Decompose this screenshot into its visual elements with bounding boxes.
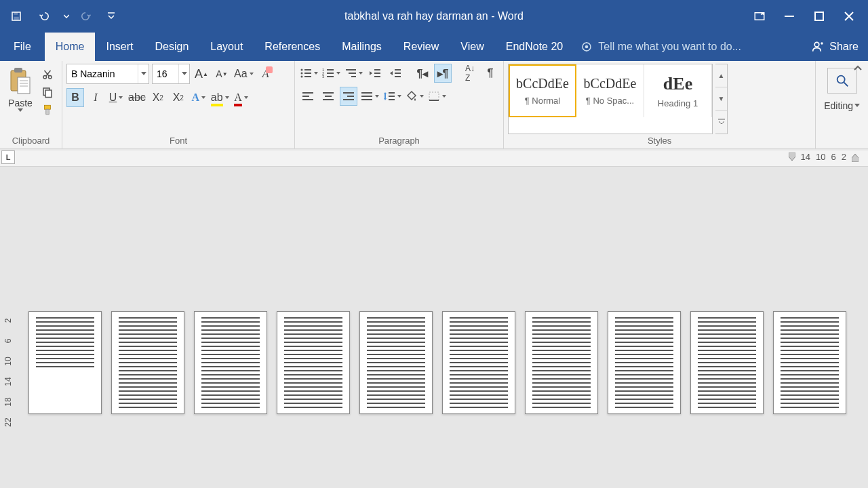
svg-rect-27 [45, 105, 51, 109]
styles-gallery[interactable]: bCcDdEe ¶ Normal bCcDdEe ¶ No Spac... dE… [508, 64, 713, 134]
document-canvas[interactable]: 2 6 10 14 18 22 [0, 167, 868, 488]
paste-label: Paste [8, 98, 33, 108]
tell-me-search[interactable]: Tell me what you want to do... [580, 41, 741, 53]
multilevel-list-button[interactable] [344, 64, 363, 83]
text-effects-button[interactable]: A [190, 88, 208, 107]
show-hide-button[interactable]: ¶ [481, 64, 499, 83]
style-heading1[interactable]: dEe Heading 1 [644, 64, 712, 117]
font-size-combo[interactable]: 16 [152, 64, 190, 84]
justify-button[interactable] [360, 87, 380, 106]
qat-customize[interactable] [107, 12, 115, 20]
share-button[interactable]: Share [802, 33, 868, 61]
shrink-font-button[interactable]: A▼ [213, 64, 231, 83]
clear-formatting-button[interactable]: A [257, 64, 275, 83]
style-name: ¶ Normal [525, 96, 561, 106]
styles-scroll-down[interactable]: ▼ [715, 87, 727, 110]
numbering-button[interactable]: 123 [321, 64, 341, 83]
style-no-spacing[interactable]: bCcDdEe ¶ No Spac... [576, 64, 644, 117]
clipboard-icon [7, 65, 34, 98]
line-spacing-button[interactable] [382, 87, 402, 106]
tab-file[interactable]: File [0, 33, 45, 61]
superscript-button[interactable]: X2 [170, 88, 187, 107]
undo-dropdown[interactable] [62, 14, 71, 19]
decrease-indent-button[interactable] [366, 64, 384, 83]
tab-references[interactable]: References [254, 33, 331, 61]
collapse-ribbon-button[interactable] [852, 62, 864, 75]
font-size-dropdown[interactable] [178, 64, 189, 83]
tab-review[interactable]: Review [393, 33, 450, 61]
align-center-button[interactable] [319, 87, 337, 106]
bold-button[interactable]: B [66, 88, 84, 107]
tab-layout[interactable]: Layout [199, 33, 254, 61]
bullets-button[interactable] [299, 64, 319, 83]
align-right-button[interactable] [340, 87, 357, 106]
borders-button[interactable] [427, 87, 447, 106]
indent-marker-icon[interactable] [789, 152, 795, 162]
style-normal[interactable]: bCcDdEe ¶ Normal [509, 64, 576, 117]
page-thumbnail[interactable] [277, 311, 350, 414]
highlight-button[interactable]: ab [210, 88, 230, 107]
page-thumbnail[interactable] [773, 311, 846, 414]
tab-home[interactable]: Home [45, 33, 96, 61]
font-name-combo[interactable]: B Nazanin [66, 64, 149, 84]
tab-mailings[interactable]: Mailings [331, 33, 393, 61]
vertical-ruler[interactable]: 2 6 10 14 18 22 [1, 310, 15, 432]
tab-view[interactable]: View [450, 33, 494, 61]
page-thumbnail[interactable] [111, 311, 184, 414]
svg-rect-6 [815, 12, 823, 20]
page-thumbnail[interactable] [194, 311, 267, 414]
style-preview: bCcDdEe [584, 76, 637, 92]
svg-rect-28 [46, 109, 50, 115]
strikethrough-button[interactable]: abc [127, 88, 146, 107]
page-thumbnail[interactable] [525, 311, 598, 414]
undo-button[interactable] [31, 5, 58, 27]
tab-selector[interactable]: L [1, 150, 15, 164]
font-color-button[interactable]: A [233, 88, 250, 107]
page-thumbnail[interactable] [690, 311, 764, 414]
window-title: tabkhal va rah hay darman an - Word [344, 10, 524, 22]
page-thumbnail[interactable] [608, 311, 681, 414]
tab-design[interactable]: Design [144, 33, 199, 61]
close-button[interactable] [835, 5, 863, 27]
paste-button[interactable]: Paste [4, 64, 37, 114]
subscript-button[interactable]: X2 [149, 88, 167, 107]
svg-point-30 [301, 69, 303, 71]
editing-label[interactable]: Editing [824, 100, 860, 111]
indent-marker-icon[interactable] [852, 152, 859, 162]
styles-group-label: Styles [508, 134, 811, 147]
redo-button[interactable] [75, 5, 96, 27]
font-name-dropdown[interactable] [138, 64, 149, 83]
styles-expand[interactable] [715, 111, 727, 134]
maximize-button[interactable] [806, 5, 833, 27]
rtl-direction-button[interactable]: ▸¶ [434, 64, 452, 83]
tab-endnote[interactable]: EndNote 20 [495, 33, 574, 61]
italic-button[interactable]: I [87, 88, 104, 107]
paragraph-group-label: Paragraph [299, 134, 499, 147]
page-thumbnail[interactable] [359, 311, 433, 414]
align-left-button[interactable] [299, 87, 317, 106]
font-group-label: Font [66, 134, 290, 147]
shading-button[interactable] [405, 87, 425, 106]
grow-font-button[interactable]: A▲ [193, 64, 210, 83]
sort-button[interactable]: A↓Z [461, 64, 479, 83]
ribbon-display-options[interactable] [746, 5, 773, 27]
svg-point-32 [301, 73, 303, 75]
underline-button[interactable]: U [107, 88, 125, 107]
styles-scroll-up[interactable]: ▲ [715, 64, 727, 87]
change-case-button[interactable]: Aa [233, 64, 254, 83]
svg-rect-67 [429, 92, 439, 100]
copy-button[interactable] [39, 84, 56, 100]
horizontal-ruler[interactable]: 14 10 6 2 [789, 152, 859, 162]
save-button[interactable] [5, 5, 27, 27]
ltr-direction-button[interactable]: ¶◂ [414, 64, 431, 83]
increase-indent-button[interactable] [387, 64, 404, 83]
svg-rect-17 [18, 77, 30, 94]
page-thumbnail[interactable] [28, 311, 102, 414]
page-thumbnail[interactable] [442, 311, 515, 414]
chevron-down-icon [18, 108, 23, 113]
minimize-button[interactable] [776, 5, 803, 27]
format-painter-button[interactable] [39, 102, 56, 118]
share-label: Share [829, 41, 859, 53]
tab-insert[interactable]: Insert [95, 33, 144, 61]
cut-button[interactable] [39, 66, 56, 83]
